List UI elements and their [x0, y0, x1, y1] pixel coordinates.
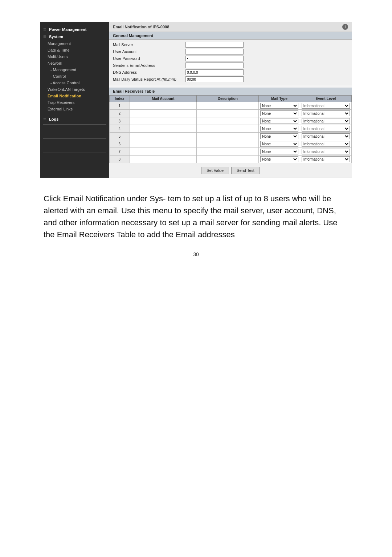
sidebar-item-multiusers[interactable]: Multi-Users [40, 53, 109, 60]
select-mail-type-2[interactable]: NoneSMTPPOP3 [260, 110, 298, 116]
input-desc-4[interactable] [198, 127, 257, 131]
cell-desc-3[interactable] [197, 117, 259, 125]
select-event-level-4[interactable]: InformationalWarningErrorCritical [302, 126, 350, 132]
form-row-user-password: User Password [113, 56, 348, 61]
grid-icon-logs [43, 117, 48, 121]
select-event-level-1[interactable]: InformationalWarningErrorCritical [302, 103, 350, 109]
sidebar-divider-1 [43, 114, 106, 114]
cell-desc-2[interactable] [197, 110, 259, 117]
general-management-title: General Management [109, 32, 352, 40]
cell-event-level-3[interactable]: InformationalWarningErrorCritical [300, 117, 351, 125]
cell-event-level-1[interactable]: InformationalWarningErrorCritical [300, 102, 351, 110]
select-mail-type-3[interactable]: NoneSMTPPOP3 [260, 118, 298, 124]
cell-desc-4[interactable] [197, 125, 259, 133]
select-event-level-7[interactable]: InformationalWarningErrorCritical [302, 149, 350, 154]
table-row: 4NoneSMTPPOP3InformationalWarningErrorCr… [110, 125, 352, 133]
input-sender-email[interactable] [185, 62, 244, 68]
sidebar-item-net-control[interactable]: - Control [40, 73, 109, 80]
select-mail-type-7[interactable]: NoneSMTPPOP3 [260, 149, 298, 154]
select-event-level-2[interactable]: InformationalWarningErrorCritical [302, 110, 350, 116]
input-dns[interactable] [185, 69, 244, 75]
input-mail-5[interactable] [131, 134, 195, 138]
sidebar-logs-label: Logs [49, 117, 58, 121]
cell-mail-type-4[interactable]: NoneSMTPPOP3 [259, 125, 300, 133]
sidebar-item-net-access[interactable]: - Access Control [40, 80, 109, 86]
cell-mail-1[interactable] [130, 102, 197, 110]
cell-mail-type-6[interactable]: NoneSMTPPOP3 [259, 140, 300, 148]
select-mail-type-8[interactable]: NoneSMTPPOP3 [260, 156, 298, 162]
sidebar-item-datetime[interactable]: Date & Time [40, 47, 109, 53]
cell-event-level-8[interactable]: InformationalWarningErrorCritical [300, 156, 351, 163]
grid-icon [43, 35, 48, 39]
cell-mail-5[interactable] [130, 133, 197, 140]
col-header-index: Index [110, 96, 130, 102]
cell-mail-type-5[interactable]: NoneSMTPPOP3 [259, 133, 300, 140]
input-user-account[interactable] [185, 49, 244, 55]
input-desc-6[interactable] [198, 142, 257, 146]
sidebar-item-wakeonlan[interactable]: WakeOnLAN Targets [40, 86, 109, 93]
cell-index-8: 8 [110, 156, 130, 163]
cell-event-level-6[interactable]: InformationalWarningErrorCritical [300, 140, 351, 148]
cell-desc-8[interactable] [197, 156, 259, 163]
sidebar-item-network[interactable]: Network [40, 60, 109, 66]
form-row-dns: DNS Address [113, 69, 348, 75]
cell-desc-5[interactable] [197, 133, 259, 140]
cell-event-level-7[interactable]: InformationalWarningErrorCritical [300, 148, 351, 156]
cell-desc-7[interactable] [197, 148, 259, 156]
sidebar-item-management[interactable]: Management [40, 40, 109, 47]
cell-mail-type-2[interactable]: NoneSMTPPOP3 [259, 110, 300, 117]
help-icon[interactable]: i [342, 24, 348, 30]
select-event-level-8[interactable]: InformationalWarningErrorCritical [302, 156, 350, 162]
input-desc-7[interactable] [198, 150, 257, 154]
sidebar-item-net-management[interactable]: - Management [40, 66, 109, 73]
input-user-password[interactable] [185, 56, 244, 61]
select-mail-type-1[interactable]: NoneSMTPPOP3 [260, 103, 298, 109]
cell-event-level-2[interactable]: InformationalWarningErrorCritical [300, 110, 351, 117]
sidebar-item-trap-receivers[interactable]: Trap Receivers [40, 99, 109, 106]
cell-mail-4[interactable] [130, 125, 197, 133]
input-mail-2[interactable] [131, 112, 195, 116]
cell-event-level-5[interactable]: InformationalWarningErrorCritical [300, 133, 351, 140]
cell-mail-type-7[interactable]: NoneSMTPPOP3 [259, 148, 300, 156]
select-mail-type-6[interactable]: NoneSMTPPOP3 [260, 141, 298, 147]
input-mail-server[interactable] [185, 42, 244, 48]
input-desc-1[interactable] [198, 104, 257, 108]
input-desc-2[interactable] [198, 112, 257, 116]
input-mail-4[interactable] [131, 127, 195, 131]
input-mail-3[interactable] [131, 119, 195, 123]
cell-mail-8[interactable] [130, 156, 197, 163]
select-event-level-5[interactable]: InformationalWarningErrorCritical [302, 133, 350, 139]
input-mail-6[interactable] [131, 142, 195, 146]
sidebar-item-external-links[interactable]: External Links [40, 106, 109, 112]
cell-desc-6[interactable] [197, 140, 259, 148]
input-mail-daily[interactable] [185, 76, 244, 82]
sidebar-item-email-notification[interactable]: Email Notification [40, 93, 109, 99]
sidebar-system-label: System [49, 35, 63, 39]
select-event-level-3[interactable]: InformationalWarningErrorCritical [302, 118, 350, 124]
cell-mail-6[interactable] [130, 140, 197, 148]
cell-mail-7[interactable] [130, 148, 197, 156]
cell-event-level-4[interactable]: InformationalWarningErrorCritical [300, 125, 351, 133]
grid-icon [43, 27, 48, 32]
cell-mail-type-3[interactable]: NoneSMTPPOP3 [259, 117, 300, 125]
cell-mail-2[interactable] [130, 110, 197, 117]
sidebar-section-power[interactable]: Power Management [40, 26, 109, 33]
cell-mail-type-8[interactable]: NoneSMTPPOP3 [259, 156, 300, 163]
cell-desc-1[interactable] [197, 102, 259, 110]
input-desc-5[interactable] [198, 134, 257, 138]
send-test-button[interactable]: Send Test [231, 167, 260, 174]
select-mail-type-4[interactable]: NoneSMTPPOP3 [260, 126, 298, 132]
cell-mail-type-1[interactable]: NoneSMTPPOP3 [259, 102, 300, 110]
sidebar-section-system[interactable]: System [40, 33, 109, 40]
set-value-button[interactable]: Set Value [201, 167, 229, 174]
select-mail-type-5[interactable]: NoneSMTPPOP3 [260, 133, 298, 139]
input-desc-3[interactable] [198, 119, 257, 123]
input-mail-7[interactable] [131, 150, 195, 154]
sidebar: Power Management System Management Date … [40, 22, 109, 178]
select-event-level-6[interactable]: InformationalWarningErrorCritical [302, 141, 350, 147]
input-mail-1[interactable] [131, 104, 195, 108]
input-mail-8[interactable] [131, 157, 195, 161]
sidebar-section-logs[interactable]: Logs [40, 116, 109, 123]
cell-mail-3[interactable] [130, 117, 197, 125]
input-desc-8[interactable] [198, 157, 257, 161]
